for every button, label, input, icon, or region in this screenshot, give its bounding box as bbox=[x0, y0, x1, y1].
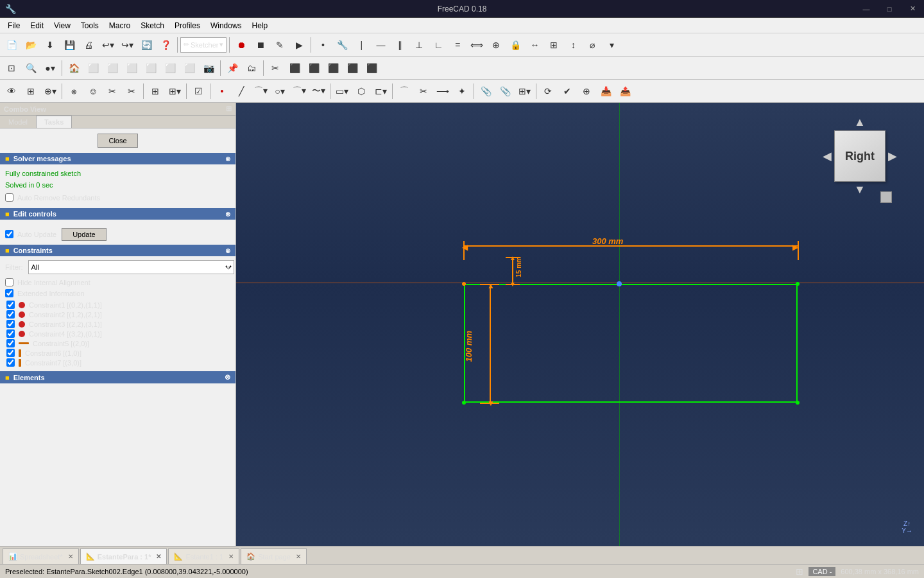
extend-btn[interactable]: ⟶ bbox=[434, 82, 452, 100]
nav-cube[interactable]: ▲ ◀ Right ▶ ▼ bbox=[821, 116, 898, 206]
clip2-btn[interactable]: ⬛ bbox=[286, 59, 304, 77]
zoom-select-btn[interactable]: 🔍 bbox=[22, 59, 40, 77]
edit-btn[interactable]: ✎ bbox=[271, 36, 289, 54]
elements-header[interactable]: ■ Elements ⊗ bbox=[0, 371, 235, 383]
front-view-btn[interactable]: ⬜ bbox=[84, 59, 102, 77]
tab-estante1[interactable]: 📐 Estante1 : 1 ✕ bbox=[168, 548, 239, 564]
tab-estante-para-close[interactable]: ✕ bbox=[156, 553, 161, 560]
update-button[interactable]: Update bbox=[62, 228, 106, 241]
sketch-view-btn[interactable]: 👁 bbox=[3, 82, 21, 100]
line-btn[interactable]: ╱ bbox=[232, 82, 250, 100]
rear-view-btn[interactable]: ⬜ bbox=[142, 59, 160, 77]
block-btn[interactable]: ⊕ bbox=[487, 36, 505, 54]
edit-controls-header[interactable]: ■ Edit controls ⊗ bbox=[0, 208, 235, 220]
bspline-btn[interactable]: 〜▾ bbox=[309, 82, 327, 100]
apply-btn[interactable]: ✔ bbox=[558, 82, 576, 100]
auto-remove-checkbox[interactable] bbox=[5, 193, 13, 202]
c7-checkbox[interactable] bbox=[6, 358, 15, 367]
clip6-btn[interactable]: ⬛ bbox=[363, 59, 381, 77]
constraints-list[interactable]: Constraint1 [(0,2),(1,1)] Constraint2 [(… bbox=[5, 300, 230, 367]
right-view-btn[interactable]: ⬜ bbox=[123, 59, 141, 77]
constraint-item-1[interactable]: Constraint1 [(0,2),(1,1)] bbox=[5, 300, 230, 310]
menu-profiles[interactable]: Profiles bbox=[169, 20, 205, 31]
detach-ext-btn[interactable]: ⎊ bbox=[84, 82, 102, 100]
sketch-snap-btn[interactable]: ⊕▾ bbox=[41, 82, 59, 100]
menu-file[interactable]: File bbox=[3, 20, 25, 31]
top-view-btn[interactable]: ⬜ bbox=[103, 59, 121, 77]
attach-btn[interactable]: 📌 bbox=[223, 59, 241, 77]
split-btn[interactable]: ✦ bbox=[453, 82, 471, 100]
trim2-btn[interactable]: ✂ bbox=[123, 82, 141, 100]
toggle-ref-btn[interactable]: ⟳ bbox=[539, 82, 557, 100]
clip5-btn[interactable]: ⬛ bbox=[343, 59, 361, 77]
clip4-btn[interactable]: ⬛ bbox=[324, 59, 342, 77]
hv-btn[interactable]: ↔ bbox=[526, 36, 543, 54]
canvas-area[interactable]: ◀ ▶ 300 mm ▲ ▼ 100 mm ▲ ▼ 15 mm ▲ bbox=[236, 103, 924, 546]
sketch-grid-btn[interactable]: ⊞ bbox=[22, 82, 40, 100]
fillet-btn[interactable]: ⌒ bbox=[395, 82, 413, 100]
help-btn[interactable]: ❓ bbox=[157, 36, 175, 54]
hide-internal-checkbox[interactable] bbox=[5, 278, 13, 286]
trim-tool-btn[interactable]: ✂ bbox=[415, 82, 432, 100]
zoom-all-btn[interactable]: ⊡ bbox=[3, 59, 21, 77]
trim-btn[interactable]: ✂ bbox=[103, 82, 121, 100]
menu-edit[interactable]: Edit bbox=[25, 20, 49, 31]
equal-btn[interactable]: = bbox=[449, 36, 466, 54]
minimize-button[interactable]: — bbox=[855, 0, 878, 18]
circle-btn[interactable]: ○▾ bbox=[271, 82, 289, 100]
conic-btn[interactable]: ⌒▾ bbox=[290, 82, 308, 100]
sidebar-scroll[interactable]: Close ■ Solver messages ⊗ Fully constrai… bbox=[0, 128, 235, 546]
clip3-btn[interactable]: ⬛ bbox=[305, 59, 323, 77]
left-view-btn[interactable]: ⬜ bbox=[180, 59, 198, 77]
tab-spreadsheet[interactable]: 📊 Spreadsheet* ✕ bbox=[3, 548, 79, 564]
constraint-item-6[interactable]: Constraint6 [(1,0)] bbox=[5, 348, 230, 358]
array2-btn[interactable]: ⊞▾ bbox=[166, 82, 184, 100]
import-btn[interactable]: 📥 bbox=[597, 82, 615, 100]
menu-tools[interactable]: Tools bbox=[76, 20, 104, 31]
detach-btn[interactable]: 🗂 bbox=[243, 59, 261, 77]
constraint-item-3[interactable]: Constraint3 [(2,2),(3,1)] bbox=[5, 319, 230, 329]
ext-edge-btn[interactable]: 📎 bbox=[477, 82, 495, 100]
constraint-item-5[interactable]: Constraint5 [(2,0)] bbox=[5, 338, 230, 348]
menu-help[interactable]: Help bbox=[247, 20, 273, 31]
vertical-btn[interactable]: | bbox=[352, 36, 370, 54]
record-btn[interactable]: ⏺ bbox=[232, 36, 250, 54]
c3-checkbox[interactable] bbox=[6, 320, 15, 328]
parallel-btn[interactable]: ∥ bbox=[391, 36, 409, 54]
cube-left-arrow[interactable]: ◀ bbox=[823, 149, 832, 163]
tab-estante1-close[interactable]: ✕ bbox=[228, 553, 234, 560]
model-tab[interactable]: Model bbox=[0, 116, 36, 128]
constraint-item-2[interactable]: Constraint2 [(1,2),(2,1)] bbox=[5, 310, 230, 319]
workbench-dropdown[interactable]: ✏ Sketcher ▾ bbox=[180, 37, 227, 53]
draw-style-btn[interactable]: ●▾ bbox=[41, 59, 59, 77]
cube-down-arrow[interactable]: ▼ bbox=[854, 183, 866, 197]
save-btn[interactable]: 💾 bbox=[60, 36, 78, 54]
more-btn[interactable]: ▾ bbox=[603, 36, 620, 54]
auto-update-checkbox[interactable] bbox=[5, 230, 13, 238]
c1-checkbox[interactable] bbox=[6, 301, 15, 309]
export-btn[interactable]: 📤 bbox=[616, 82, 634, 100]
c5-checkbox[interactable] bbox=[6, 339, 15, 347]
tasks-tab[interactable]: Tasks bbox=[36, 116, 72, 128]
filter-select[interactable]: All bbox=[28, 260, 235, 274]
menu-view[interactable]: View bbox=[49, 20, 76, 31]
horizontal-btn[interactable]: — bbox=[372, 36, 389, 54]
refresh-btn[interactable]: 🔄 bbox=[137, 36, 155, 54]
cube-up-arrow[interactable]: ▲ bbox=[854, 116, 866, 129]
polygon-btn[interactable]: ⬡ bbox=[352, 82, 370, 100]
create-ext-btn[interactable]: ⎈ bbox=[65, 82, 83, 100]
menu-windows[interactable]: Windows bbox=[205, 20, 247, 31]
c6-checkbox[interactable] bbox=[6, 349, 15, 357]
constraint-item-7[interactable]: Constraint7 [(3,0)] bbox=[5, 358, 230, 367]
lock-btn[interactable]: 🔒 bbox=[506, 36, 524, 54]
symmetric-btn[interactable]: ⟺ bbox=[468, 36, 486, 54]
cube-right-arrow[interactable]: ▶ bbox=[888, 149, 897, 163]
maximize-button[interactable]: □ bbox=[878, 0, 901, 18]
constraints-header[interactable]: ■ Constraints ⊗ bbox=[0, 245, 235, 256]
copy-btn[interactable]: ⊞▾ bbox=[515, 82, 533, 100]
angle-btn[interactable]: ∟ bbox=[429, 36, 447, 54]
extended-info-checkbox[interactable] bbox=[5, 289, 13, 297]
arc-btn[interactable]: ⌒▾ bbox=[252, 82, 270, 100]
close-button[interactable]: ✕ bbox=[901, 0, 924, 18]
open-btn[interactable]: 📂 bbox=[22, 36, 40, 54]
